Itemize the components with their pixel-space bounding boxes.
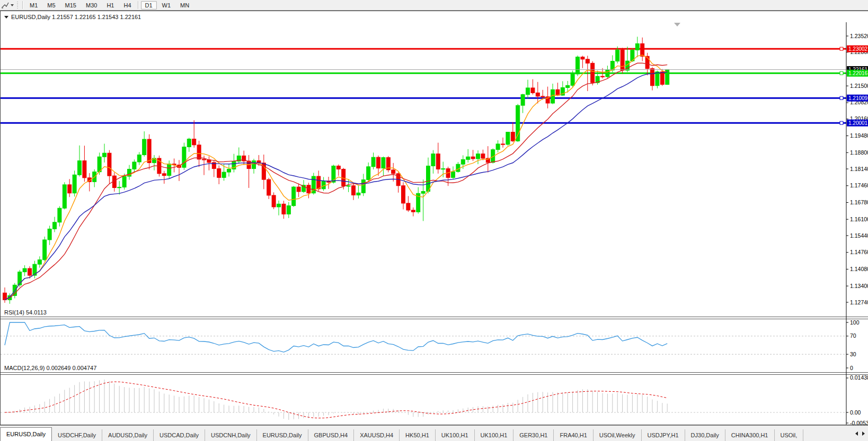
svg-text:1.16780: 1.16780 xyxy=(850,199,868,205)
rsi-indicator-label: RSI(14) 54.0113 xyxy=(4,309,47,316)
chart-tab-eurusd-daily[interactable]: EURUSD,Daily xyxy=(257,429,308,441)
dropdown-caret-icon[interactable] xyxy=(11,4,14,6)
svg-text:1.19480: 1.19480 xyxy=(850,132,868,139)
chart-tab-usdcnh-daily[interactable]: USDCNH,Daily xyxy=(205,429,257,441)
macd-indicator-label: MACD(12,26,9) 0.002649 0.004747 xyxy=(4,365,96,371)
timeframe-buttons: M1M5M15M30H1H4D1W1MN xyxy=(25,1,194,10)
chart-title-text: EURUSD,Daily 1.21557 1.22165 1.21543 1.2… xyxy=(11,14,141,20)
svg-text:1.23520: 1.23520 xyxy=(850,33,868,39)
timeframe-button-w1[interactable]: W1 xyxy=(158,1,175,10)
svg-text:1.18140: 1.18140 xyxy=(850,166,868,172)
svg-text:1.21500: 1.21500 xyxy=(850,83,868,89)
tab-scroll-right-icon[interactable] xyxy=(862,431,865,436)
chart-tab-hk50-h1[interactable]: HK50,H1 xyxy=(400,429,436,441)
svg-text:1.17460: 1.17460 xyxy=(850,182,868,188)
chart-tab-ger30-h1[interactable]: GER30,H1 xyxy=(513,429,554,441)
timeframe-button-m15[interactable]: M15 xyxy=(61,1,81,10)
svg-text:1.20001: 1.20001 xyxy=(848,120,868,126)
timeframe-button-m1[interactable]: M1 xyxy=(25,1,42,10)
timeframe-button-h4[interactable]: H4 xyxy=(119,1,135,10)
chart-tab-xauusd-h4[interactable]: XAUUSD,H4 xyxy=(354,429,400,441)
toolbar-grip-handle[interactable] xyxy=(16,2,19,8)
chart-tab-usdcad-daily[interactable]: USDCAD,Daily xyxy=(154,429,205,441)
chart-tab-fra40-h1[interactable]: FRA40,H1 xyxy=(554,429,593,441)
crosshair-cursor-icon[interactable] xyxy=(1,2,10,9)
svg-text:1.13400: 1.13400 xyxy=(850,283,868,289)
timeframe-button-m5[interactable]: M5 xyxy=(43,1,59,10)
price-chart-svg[interactable]: 1.235201.228601.215001.208201.201601.194… xyxy=(1,11,868,426)
toolbar-separator xyxy=(138,1,139,9)
chart-tab-usoil-[interactable]: USOil, xyxy=(775,429,804,441)
chart-tab-uk100-h1[interactable]: UK100,H1 xyxy=(475,429,514,441)
toolbar-separator xyxy=(22,1,23,9)
tab-scroll-left-icon[interactable] xyxy=(855,431,858,436)
chart-title: EURUSD,Daily 1.21557 1.22165 1.21543 1.2… xyxy=(4,14,141,20)
svg-text:0.014384: 0.014384 xyxy=(850,374,868,381)
svg-text:1.15440: 1.15440 xyxy=(850,232,868,239)
chart-tab-audusd-daily[interactable]: AUDUSD,Daily xyxy=(102,429,154,441)
svg-text:1.18800: 1.18800 xyxy=(850,149,868,156)
svg-text:1.16100: 1.16100 xyxy=(850,216,868,222)
svg-text:1.21009: 1.21009 xyxy=(848,95,868,101)
timeframe-button-mn[interactable]: MN xyxy=(176,1,193,10)
chart-tab-usdchf-daily[interactable]: USDCHF,Daily xyxy=(52,429,102,441)
svg-text:0.00: 0.00 xyxy=(850,409,861,416)
svg-text:1.12740: 1.12740 xyxy=(850,299,868,305)
tab-scroll-buttons xyxy=(852,426,868,441)
collapse-triangle-icon[interactable] xyxy=(4,16,8,19)
svg-text:1.14760: 1.14760 xyxy=(850,249,868,255)
svg-text:1.22016: 1.22016 xyxy=(848,70,868,76)
timeframe-button-m30[interactable]: M30 xyxy=(82,1,101,10)
svg-text:1.14080: 1.14080 xyxy=(850,266,868,272)
mt4-terminal: M1M5M15M30H1H4D1W1MN 1.235201.228601.215… xyxy=(0,0,868,441)
svg-text:70: 70 xyxy=(850,332,856,339)
chart-window: 1.235201.228601.215001.208201.201601.194… xyxy=(0,11,868,426)
chart-tab-dj30-daily[interactable]: DJ30,Daily xyxy=(685,429,725,441)
timeframe-toolbar: M1M5M15M30H1H4D1W1MN xyxy=(0,0,868,11)
chart-tab-usoil-weekly[interactable]: USOil,Weekly xyxy=(594,429,642,441)
chart-tab-gbpusd-h4[interactable]: GBPUSD,H4 xyxy=(308,429,355,441)
timeframe-button-d1[interactable]: D1 xyxy=(141,1,157,10)
chart-tab-uk100-h1[interactable]: UK100,H1 xyxy=(436,429,475,441)
svg-text:0: 0 xyxy=(850,365,853,371)
chart-tab-eurusd-daily[interactable]: EURUSD,Daily xyxy=(0,427,52,441)
svg-text:100: 100 xyxy=(850,319,860,326)
svg-text:30: 30 xyxy=(850,351,856,357)
svg-text:1.23002: 1.23002 xyxy=(848,46,868,52)
chart-tab-bar: EURUSD,DailyUSDCHF,DailyAUDUSD,DailyUSDC… xyxy=(0,425,868,441)
timeframe-button-h1[interactable]: H1 xyxy=(102,1,118,10)
chart-tab-usdjpy-h1[interactable]: USDJPY,H1 xyxy=(642,429,685,441)
chart-tab-china300-h1[interactable]: CHINA300,H1 xyxy=(725,429,775,441)
